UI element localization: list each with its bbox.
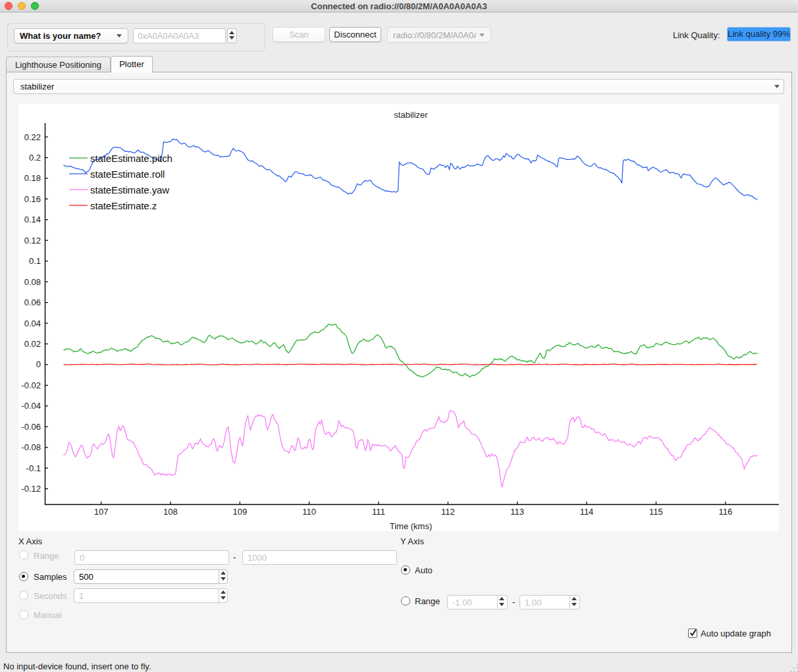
svg-text:0.18: 0.18 bbox=[24, 173, 41, 183]
svg-text:0.2: 0.2 bbox=[29, 153, 41, 163]
svg-text:0.12: 0.12 bbox=[24, 236, 41, 246]
svg-text:111: 111 bbox=[372, 507, 385, 517]
svg-text:stateEstimate.roll: stateEstimate.roll bbox=[90, 168, 165, 180]
svg-text:stateEstimate.yaw: stateEstimate.yaw bbox=[90, 184, 169, 195]
svg-text:108: 108 bbox=[163, 507, 178, 517]
svg-text:115: 115 bbox=[649, 507, 663, 517]
svg-text:0.16: 0.16 bbox=[24, 194, 41, 204]
svg-text:114: 114 bbox=[580, 507, 594, 517]
svg-text:stateEstimate.z: stateEstimate.z bbox=[90, 200, 157, 211]
svg-text:0.08: 0.08 bbox=[24, 277, 41, 287]
svg-text:112: 112 bbox=[441, 507, 455, 517]
svg-text:0.02: 0.02 bbox=[24, 339, 41, 349]
svg-text:-0.06: -0.06 bbox=[21, 422, 41, 432]
svg-text:107: 107 bbox=[94, 507, 109, 517]
svg-text:-0.02: -0.02 bbox=[21, 380, 41, 390]
svg-text:0.04: 0.04 bbox=[24, 319, 41, 328]
svg-text:0.1: 0.1 bbox=[29, 256, 41, 266]
svg-text:0.22: 0.22 bbox=[24, 132, 41, 142]
svg-text:110: 110 bbox=[302, 507, 316, 517]
svg-text:stateEstimate.pitch: stateEstimate.pitch bbox=[90, 153, 173, 164]
svg-text:stabilizer: stabilizer bbox=[394, 110, 428, 120]
svg-text:109: 109 bbox=[232, 507, 247, 517]
svg-text:113: 113 bbox=[510, 507, 524, 517]
svg-text:-0.1: -0.1 bbox=[26, 463, 41, 473]
svg-text:116: 116 bbox=[718, 507, 732, 517]
svg-text:-0.04: -0.04 bbox=[21, 401, 41, 411]
svg-text:0.06: 0.06 bbox=[24, 297, 41, 307]
svg-text:-0.08: -0.08 bbox=[21, 442, 41, 452]
svg-text:-0.12: -0.12 bbox=[21, 484, 41, 494]
svg-text:0.14: 0.14 bbox=[24, 215, 41, 224]
svg-text:0: 0 bbox=[36, 359, 41, 369]
svg-text:Time (kms): Time (kms) bbox=[390, 521, 433, 531]
